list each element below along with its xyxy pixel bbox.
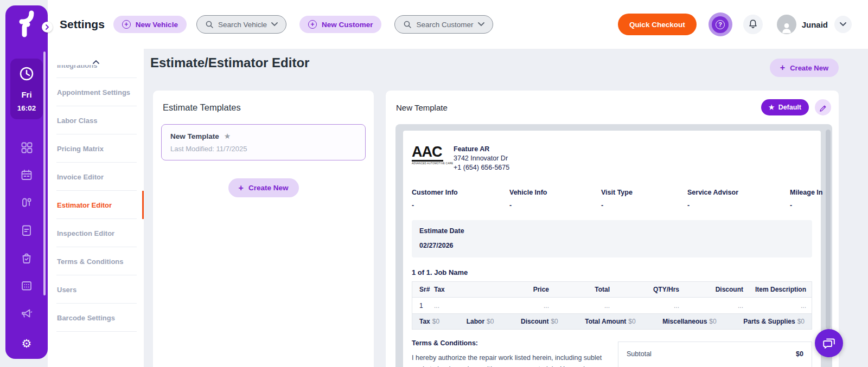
shop-name: Feature AR [454,145,509,154]
sidebar-item-appointment-settings[interactable]: Appointment Settings [48,78,144,106]
workflow-icon[interactable] [20,196,33,209]
checkout-bag-icon[interactable] [20,252,33,265]
user-menu-button[interactable] [834,16,852,33]
clock-widget[interactable]: Fri 16:02 [10,59,43,119]
terms-and-conditions: Terms & Conditions: I hereby authorize t… [412,339,614,367]
plus-circle-icon: + [122,20,131,29]
page-title: Estimate/Estimator Editor [150,55,309,70]
sidebar-item-integrations[interactable]: Integrations [48,65,144,78]
table-totals-row: Tax$0 Labor$0 Discount$0 Total Amount$0 … [412,314,812,329]
create-new-template-button-secondary[interactable]: + Create New [228,178,299,197]
document-icon[interactable] [20,224,33,237]
search-customer-label: Search Customer [416,21,473,29]
sidebar-item-users[interactable]: Users [48,275,144,304]
sidebar-item-estimator-editor[interactable]: Estimator Editor [48,191,144,219]
sidebar-item-pricing-matrix[interactable]: Pricing Matrix [48,134,144,163]
sidebar-item-labor-class[interactable]: Labor Class [48,106,144,134]
edit-template-button[interactable] [815,99,831,115]
sidebar-item-invoice-editor[interactable]: Invoice Editor [48,163,144,191]
panel-title: Estimate Templates [163,102,366,113]
search-vehicle-dropdown[interactable]: Search Vehicle [196,15,286,34]
calendar-icon[interactable] [20,169,33,182]
help-icon: ? [712,16,729,33]
chevron-down-icon [478,22,484,27]
notifications-button[interactable] [743,15,763,34]
totals-summary-box: Subtotal$0 Total Tax$0 [618,342,812,367]
megaphone-icon[interactable] [20,307,33,320]
new-customer-button[interactable]: + New Customer [299,16,382,33]
new-vehicle-label: New Vehicle [136,21,178,29]
job-items-table: Sr# Tax Price Total QTY/Hrs Discount Ite… [412,281,812,330]
preview-scrollbar[interactable] [826,130,831,329]
new-customer-label: New Customer [322,21,373,29]
shop-address: 3742 Innovator Dr [454,154,509,163]
bell-icon [747,18,759,30]
main-region: Estimate/Estimator Editor + Create New E… [144,49,868,367]
template-editor-panel: New Template ★ Default AAC [385,90,839,367]
sidebar-item-inspection-editor[interactable]: Inspection Editor [48,219,144,247]
pencil-icon [819,103,827,112]
clock-time: 16:02 [17,104,36,112]
table-header-row: Sr# Tax Price Total QTY/Hrs Discount Ite… [412,282,812,298]
app-logo[interactable] [15,10,39,40]
table-row: 1 ... ... ... ... ... ... [412,298,812,314]
chevron-up-icon [93,60,99,64]
estimate-date-box: Estimate Date 02/27/2026 [412,220,812,257]
template-preview: AAC ADVANCED AUTOMOTIVE CARE Feature AR … [395,124,832,367]
editor-template-title: New Template [396,103,448,112]
plus-circle-icon: + [308,20,317,29]
user-name: Junaid [802,20,828,29]
chevron-right-icon [45,24,49,30]
shop-logo: AAC ADVANCED AUTOMOTIVE CARE [412,145,448,172]
chat-bubbles-icon [822,336,836,350]
template-list-item[interactable]: New Template ★ Last Modified: 11/7/2025 [161,124,366,160]
template-name: New Template [170,132,219,140]
settings-gear-icon[interactable]: ⚙ [22,338,32,349]
default-star-icon: ★ [224,132,231,140]
visit-info-row: Customer Info- Vehicle Info- Visit Type-… [412,189,812,209]
clock-icon [18,66,35,82]
sidebar-item-terms-conditions[interactable]: Terms & Conditions [48,247,144,275]
sidebar-expand-button[interactable] [42,22,53,33]
estimate-date-value: 02/27/2026 [419,242,805,249]
star-icon: ★ [769,104,775,111]
estimate-preview-page: AAC ADVANCED AUTOMOTIVE CARE Feature AR … [403,131,821,367]
create-new-template-button[interactable]: + Create New [770,59,839,77]
chat-support-button[interactable] [815,329,843,357]
job-heading: 1 of 1. Job Name [412,268,812,276]
template-last-modified: Last Modified: 11/7/2025 [170,145,356,153]
settings-nav: Integrations Appointment Settings Labor … [48,49,144,367]
search-icon [403,20,412,29]
top-header: Settings + New Vehicle Search Vehicle + … [48,0,868,49]
page-section-title: Settings [60,18,105,31]
content-area: Integrations Appointment Settings Labor … [48,49,868,367]
chevron-down-icon [840,22,846,27]
search-icon [205,20,214,29]
help-button[interactable]: ? [709,12,732,36]
plus-icon: + [780,63,785,72]
plus-icon: + [239,184,244,192]
quick-checkout-button[interactable]: Quick Checkout [618,14,697,35]
app-sidebar: Fri 16:02 [5,5,48,359]
clock-day: Fri [21,90,31,99]
list-table-icon[interactable] [20,279,33,292]
set-default-button[interactable]: ★ Default [761,99,809,115]
nav-scroll-up-button[interactable] [48,49,144,65]
search-vehicle-label: Search Vehicle [218,21,267,29]
dashboard-icon[interactable] [20,141,33,154]
user-avatar[interactable] [777,15,796,34]
shop-phone: +1 (654) 656-5675 [454,163,509,172]
person-icon [780,21,794,34]
chevron-down-icon [271,22,278,27]
sidebar-item-barcode-settings[interactable]: Barcode Settings [48,304,144,332]
estimate-templates-panel: Estimate Templates New Template ★ Last M… [152,90,374,367]
new-vehicle-button[interactable]: + New Vehicle [113,16,187,33]
search-customer-dropdown[interactable]: Search Customer [394,15,493,34]
